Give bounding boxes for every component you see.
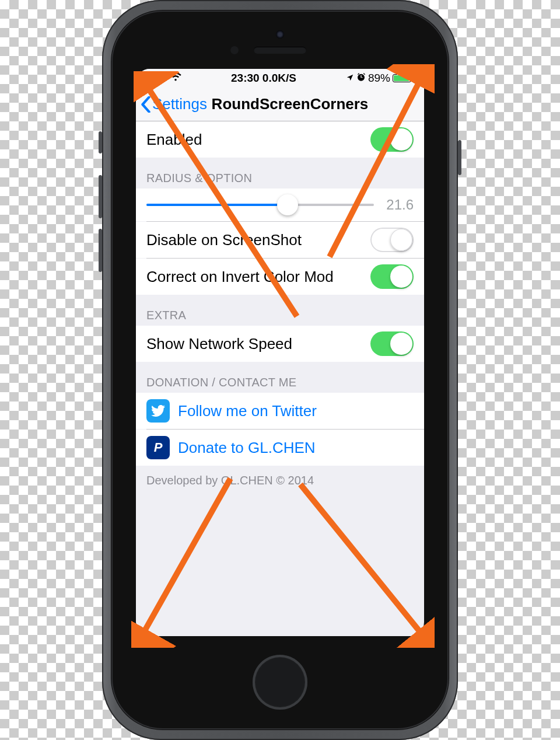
network-speed-cell: Show Network Speed (136, 326, 424, 362)
radius-section-header: RADIUS & OPTION (136, 158, 424, 189)
developer-footer: Developed by GL.CHEN © 2014 (136, 466, 424, 487)
front-camera (276, 30, 284, 39)
charging-icon (414, 72, 419, 85)
extra-section-header: EXTRA (136, 295, 424, 326)
donate-link-label: Donate to GL.CHEN (178, 439, 316, 457)
status-bar: 23:30 0.0K/S 89% (136, 69, 424, 88)
location-icon (346, 72, 354, 85)
invert-color-cell: Correct on Invert Color Mod (136, 259, 424, 295)
disable-screenshot-label: Disable on ScreenShot (146, 231, 370, 249)
donation-section-header: DONATION / CONTACT ME (136, 362, 424, 393)
twitter-link-label: Follow me on Twitter (178, 402, 317, 420)
page-title: RoundScreenCorners (160, 95, 419, 113)
enabled-label: Enabled (146, 131, 370, 149)
network-speed-toggle[interactable] (370, 331, 414, 356)
radius-slider[interactable] (146, 204, 374, 206)
alarm-icon (356, 72, 366, 85)
earpiece-speaker (254, 47, 306, 54)
network-speed-label: Show Network Speed (146, 335, 370, 353)
paypal-icon: P (146, 436, 170, 459)
disable-screenshot-cell: Disable on ScreenShot (136, 222, 424, 258)
volume-up-button (99, 175, 102, 218)
twitter-icon (146, 399, 170, 423)
phone-bezel: 23:30 0.0K/S 89% (111, 11, 449, 729)
home-button[interactable] (253, 655, 307, 710)
signal-dots-icon (141, 72, 164, 85)
disable-screenshot-toggle[interactable] (370, 228, 414, 252)
donate-link-cell[interactable]: P Donate to GL.CHEN (136, 430, 424, 466)
proximity-sensor (230, 46, 239, 54)
chevron-left-icon (141, 96, 151, 113)
screen: 23:30 0.0K/S 89% (136, 69, 424, 636)
phone-body: 23:30 0.0K/S 89% (102, 0, 458, 740)
navigation-bar: Settings RoundScreenCorners (136, 88, 424, 121)
invert-color-toggle[interactable] (370, 264, 414, 289)
battery-icon (393, 74, 411, 82)
battery-percent: 89% (368, 72, 390, 85)
invert-color-label: Correct on Invert Color Mod (146, 268, 370, 286)
status-time-speed: 23:30 0.0K/S (181, 72, 346, 85)
enabled-cell: Enabled (136, 121, 424, 158)
twitter-link-cell[interactable]: Follow me on Twitter (136, 393, 424, 429)
volume-down-button (99, 229, 102, 272)
wifi-icon (170, 72, 181, 85)
radius-slider-cell: 21.6 (136, 189, 424, 221)
enabled-toggle[interactable] (370, 127, 414, 152)
power-button (458, 140, 461, 175)
mute-switch (99, 131, 102, 153)
radius-value: 21.6 (382, 197, 414, 213)
